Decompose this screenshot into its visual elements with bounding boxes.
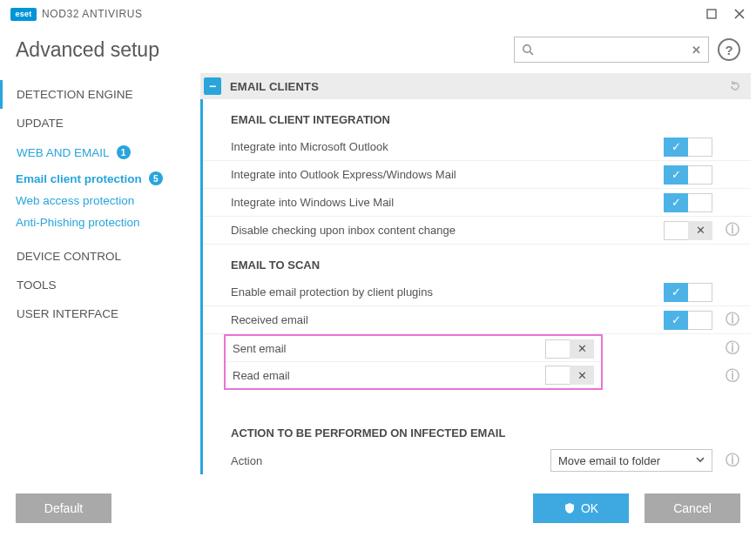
x-icon: ✕ [570,366,594,385]
sidebar-sub-email-client-protection[interactable]: Email client protection 5 [0,167,200,190]
reset-icon[interactable] [728,79,742,93]
info-icon[interactable]: ⓘ [725,367,740,386]
close-icon[interactable] [732,6,747,22]
row-label: Integrate into Outlook Express/Windows M… [231,168,664,181]
row-label: Integrate into Windows Live Mail [231,196,664,209]
section-title-integration: EMAIL CLIENT INTEGRATION [203,99,751,133]
toggle-read-email[interactable]: ✕ [545,366,594,385]
row-integrate-outlook: Integrate into Microsoft Outlook ✓ [203,133,751,161]
row-enable-email-protection: Enable email protection by client plugin… [203,279,751,306]
section-title-scan: EMAIL TO SCAN [203,245,751,279]
info-icon[interactable]: ⓘ [725,339,740,358]
brand-badge: eset [10,8,37,21]
section-title-action: ACTION TO BE PERFORMED ON INFECTED EMAIL [203,413,751,446]
row-integrate-outlook-express: Integrate into Outlook Express/Windows M… [203,161,751,189]
search-icon [522,44,534,56]
toggle-integrate-live-mail[interactable]: ✓ [664,193,712,212]
x-icon: ✕ [688,221,712,240]
row-label: Read email [233,369,545,382]
sidebar-sub-anti-phishing-protection[interactable]: Anti-Phishing protection [0,211,200,233]
help-button[interactable]: ? [718,38,740,61]
svg-rect-0 [707,10,716,18]
footer: Default OK Cancel [0,483,756,537]
page-title: Advanced setup [16,38,159,62]
sidebar-item-update[interactable]: UPDATE [0,109,200,138]
toggle-disable-checking[interactable]: ✕ [664,221,712,240]
shield-icon [564,502,576,514]
check-icon: ✓ [664,283,688,302]
check-icon: ✓ [664,311,688,330]
info-icon[interactable]: ⓘ [725,311,740,329]
count-badge: 5 [149,171,163,185]
toggle-integrate-outlook-express[interactable]: ✓ [664,165,712,185]
search-box[interactable]: ✕ [514,37,709,63]
panel-title: EMAIL CLIENTS [230,80,319,93]
row-label: Action [231,454,550,467]
maximize-icon[interactable] [704,6,719,22]
sidebar: DETECTION ENGINE UPDATE WEB AND EMAIL 1 … [0,73,200,491]
search-input[interactable] [539,44,692,57]
sidebar-item-user-interface[interactable]: USER INTERFACE [0,299,200,328]
row-label: Integrate into Microsoft Outlook [231,140,664,153]
body: DETECTION ENGINE UPDATE WEB AND EMAIL 1 … [0,73,756,491]
titlebar: eset NOD32 ANTIVIRUS [0,0,756,24]
row-label: Enable email protection by client plugin… [231,285,664,299]
select-value: Move email to folder [558,454,660,467]
row-label: Sent email [233,342,545,355]
highlight-box: Sent email ✕ Read email ✕ [224,334,603,390]
sidebar-item-device-control[interactable]: DEVICE CONTROL [0,242,200,271]
sidebar-item-label: WEB AND EMAIL [17,146,110,159]
row-received-email: Received email ✓ ⓘ [203,306,751,334]
x-icon: ✕ [570,339,594,359]
sidebar-sub-web-access-protection[interactable]: Web access protection [0,190,200,211]
row-integrate-live-mail: Integrate into Windows Live Mail ✓ [203,189,751,217]
check-icon: ✓ [664,138,688,157]
row-disable-checking: Disable checking upon inbox content chan… [203,217,751,245]
sidebar-item-web-and-email[interactable]: WEB AND EMAIL 1 [0,138,200,167]
sidebar-sub-label: Email client protection [16,172,142,185]
row-action: Action Move email to folder ⓘ [203,446,751,474]
content: − EMAIL CLIENTS EMAIL CLIENT INTEGRATION… [200,73,756,491]
ok-button[interactable]: OK [533,493,629,523]
svg-line-2 [530,51,533,55]
product-name: NOD32 ANTIVIRUS [42,8,143,20]
collapse-icon[interactable]: − [204,77,221,95]
sidebar-item-detection-engine[interactable]: DETECTION ENGINE [0,80,200,109]
check-icon: ✓ [664,193,688,212]
default-button[interactable]: Default [16,493,111,523]
action-select[interactable]: Move email to folder [550,449,712,472]
toggle-sent-email[interactable]: ✕ [545,339,594,359]
clear-search-icon[interactable]: ✕ [692,44,701,57]
check-icon: ✓ [664,165,688,185]
info-icon[interactable]: ⓘ [725,452,740,470]
toggle-enable-email-protection[interactable]: ✓ [664,283,712,302]
count-badge: 1 [117,145,131,159]
header: Advanced setup ✕ ? [0,24,756,73]
panel-header: − EMAIL CLIENTS [200,73,751,99]
svg-point-1 [523,45,530,52]
row-read-email: Read email ✕ [226,362,601,388]
info-icon[interactable]: ⓘ [725,221,740,239]
cancel-button[interactable]: Cancel [645,493,740,523]
toggle-received-email[interactable]: ✓ [664,311,712,330]
sidebar-item-tools[interactable]: TOOLS [0,271,200,299]
row-label: Received email [231,313,664,326]
ok-label: OK [581,501,598,515]
panel-body: EMAIL CLIENT INTEGRATION Integrate into … [200,99,751,474]
toggle-integrate-outlook[interactable]: ✓ [664,138,712,157]
row-sent-email: Sent email ✕ [226,336,601,362]
row-label: Disable checking upon inbox content chan… [231,224,664,237]
chevron-down-icon [694,453,706,466]
window-controls [704,6,747,22]
